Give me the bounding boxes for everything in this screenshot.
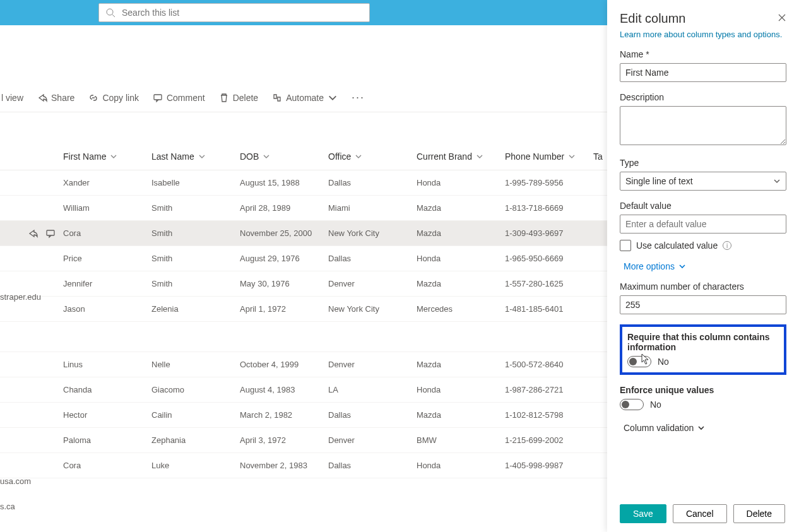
- panel-title: Edit column: [620, 11, 686, 26]
- panel-footer: Save Cancel Delete: [607, 498, 799, 532]
- table-cell: Paloma: [63, 435, 151, 445]
- type-field-label: Type: [620, 158, 786, 168]
- comment-label: Comment: [167, 93, 205, 103]
- table-cell: Linus: [63, 360, 151, 369]
- table-cell: Honda: [417, 461, 505, 470]
- enforce-unique-state: No: [650, 399, 661, 410]
- column-validation-label: Column validation: [624, 423, 694, 433]
- table-cell: Cailin: [151, 410, 240, 420]
- table-cell: Zephania: [151, 435, 240, 445]
- table-cell: Smith: [151, 279, 240, 288]
- more-options-expander[interactable]: More options: [620, 261, 786, 271]
- table-cell: 1-500-572-8640: [505, 360, 593, 369]
- table-cell: August 15, 1988: [240, 178, 328, 187]
- table-cell: Mazda: [417, 360, 505, 369]
- max-chars-input[interactable]: [620, 295, 786, 314]
- table-cell: Dallas: [328, 254, 417, 263]
- table-cell: 1-215-699-2002: [505, 435, 593, 445]
- table-cell: Honda: [417, 385, 505, 394]
- comment-icon: [153, 93, 163, 103]
- copy-link-label: Copy link: [102, 93, 139, 103]
- table-cell: Dallas: [328, 178, 417, 187]
- chevron-down-icon: [773, 177, 781, 185]
- automate-button[interactable]: Automate: [272, 93, 338, 103]
- share-label: Share: [51, 93, 74, 103]
- chevron-down-icon: [328, 93, 338, 103]
- table-cell: Luke: [151, 461, 240, 470]
- name-field-label: Name *: [620, 49, 786, 59]
- col-header-phone[interactable]: Phone Number: [505, 151, 593, 162]
- type-select[interactable]: Single line of text: [620, 172, 786, 191]
- table-cell: Cora: [63, 228, 151, 238]
- share-icon[interactable]: [28, 228, 38, 239]
- close-panel-button[interactable]: [778, 12, 786, 25]
- default-value-field-label: Default value: [620, 201, 786, 211]
- table-cell: 1-995-789-5956: [505, 178, 593, 187]
- delete-label: Delete: [233, 93, 258, 103]
- table-cell: BMW: [417, 435, 505, 445]
- svg-rect-3: [47, 230, 54, 235]
- table-cell: Isabelle: [151, 178, 240, 187]
- table-cell: Chanda: [63, 385, 151, 394]
- use-calculated-value-checkbox[interactable]: Use calculated value i: [620, 240, 786, 251]
- link-icon: [88, 93, 98, 103]
- table-cell: Miami: [328, 203, 417, 213]
- info-icon[interactable]: i: [723, 241, 731, 250]
- use-calculated-label: Use calculated value: [636, 240, 718, 251]
- table-cell: New York City: [328, 228, 417, 238]
- table-cell: Price: [63, 254, 151, 263]
- svg-point-0: [107, 9, 113, 15]
- comment-icon[interactable]: [45, 228, 56, 239]
- table-cell: Dallas: [328, 461, 417, 470]
- delete-button[interactable]: Delete: [219, 93, 258, 103]
- name-input[interactable]: [620, 63, 786, 82]
- more-commands-button[interactable]: ···: [352, 91, 365, 104]
- require-info-toggle[interactable]: [627, 356, 651, 367]
- delete-column-button[interactable]: Delete: [733, 504, 785, 523]
- learn-more-link[interactable]: Learn more about column types and option…: [620, 30, 786, 39]
- require-info-state: No: [658, 357, 669, 367]
- search-box[interactable]: [98, 3, 370, 22]
- share-icon: [37, 93, 47, 103]
- email-fragment: straper.edu: [0, 292, 41, 302]
- flow-icon: [272, 93, 282, 103]
- search-input[interactable]: [122, 8, 363, 18]
- table-cell: 1-481-185-6401: [505, 304, 593, 314]
- description-field-label: Description: [620, 92, 786, 102]
- table-cell: Honda: [417, 254, 505, 263]
- email-fragment: usa.com: [0, 476, 31, 486]
- table-cell: Zelenia: [151, 304, 240, 314]
- table-cell: Jason: [63, 304, 151, 314]
- chevron-down-icon: [110, 153, 117, 160]
- table-cell: August 4, 1983: [240, 385, 328, 394]
- table-cell: April 3, 1972: [240, 435, 328, 445]
- save-button[interactable]: Save: [620, 504, 666, 523]
- search-icon: [105, 8, 115, 18]
- trash-icon: [219, 93, 229, 103]
- table-cell: Giacomo: [151, 385, 240, 394]
- col-header-office[interactable]: Office: [328, 151, 417, 162]
- cancel-button[interactable]: Cancel: [673, 504, 727, 523]
- chevron-down-icon: [568, 153, 576, 160]
- description-input[interactable]: [620, 106, 786, 145]
- max-chars-field-label: Maximum number of characters: [620, 281, 786, 292]
- table-cell: 1-987-286-2721: [505, 385, 593, 394]
- col-header-brand[interactable]: Current Brand: [417, 151, 505, 162]
- email-fragment: s.ca: [0, 502, 15, 511]
- default-value-input[interactable]: [620, 215, 786, 233]
- table-cell: Xander: [63, 178, 151, 187]
- grid-view-button[interactable]: l view: [0, 93, 23, 103]
- comment-button[interactable]: Comment: [153, 93, 205, 103]
- automate-label: Automate: [286, 93, 324, 103]
- more-options-label: More options: [624, 261, 675, 271]
- chevron-down-icon: [476, 153, 483, 160]
- share-button[interactable]: Share: [37, 93, 74, 103]
- col-header-firstname[interactable]: First Name: [63, 151, 151, 162]
- enforce-unique-toggle[interactable]: [620, 399, 644, 410]
- col-header-dob[interactable]: DOB: [240, 151, 328, 162]
- copy-link-button[interactable]: Copy link: [88, 93, 139, 103]
- column-validation-expander[interactable]: Column validation: [620, 423, 786, 433]
- table-cell: April 28, 1989: [240, 203, 328, 213]
- col-header-lastname[interactable]: Last Name: [151, 151, 240, 162]
- grid-view-label: l view: [1, 93, 23, 103]
